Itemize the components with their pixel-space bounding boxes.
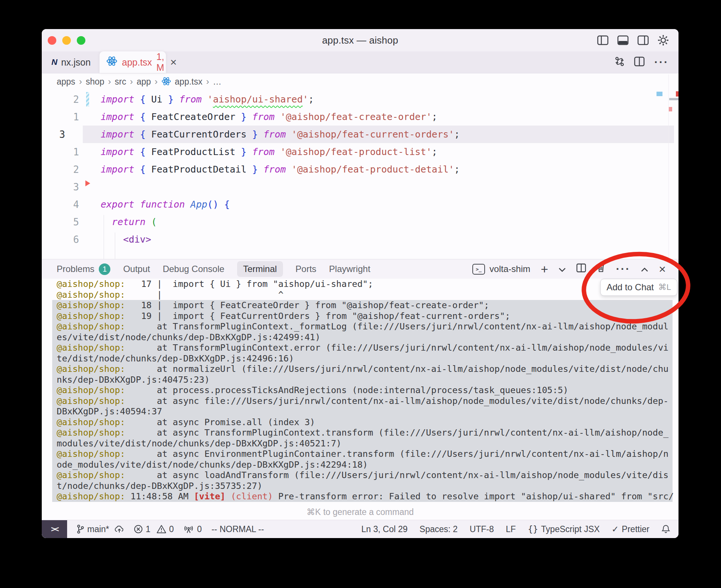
terminal-line[interactable]: @aishop/shop: at async EnvironmentPlugin… (52, 449, 673, 459)
terminal-line[interactable]: @aishop/shop: 19 | import { FeatCurrentO… (52, 311, 673, 322)
remote-indicator[interactable]: >< (42, 520, 67, 538)
code-line[interactable]: 1import { FeatProductList } from '@aisho… (42, 143, 679, 161)
panel-tab-ports[interactable]: Ports (296, 264, 317, 274)
formatter-label: Prettier (622, 524, 649, 534)
add-to-chat-tooltip[interactable]: Add to Chat ⌘L (600, 279, 677, 296)
code-text: export function App() { (101, 199, 230, 210)
terminal-dropdown-chevron-icon[interactable] (558, 264, 566, 274)
ports-status-item[interactable]: 0 (183, 524, 202, 534)
terminal-line[interactable]: @aishop/shop: at normalizeUrl (file:///U… (52, 364, 673, 374)
chevron-right-icon: › (79, 76, 82, 87)
terminal-line[interactable]: @aishop/shop: at async TransformPluginCo… (52, 427, 673, 438)
terminal-line[interactable]: @aishop/shop: 17 | import { Ui } from "a… (52, 279, 673, 290)
language-mode-item[interactable]: {} TypeScript JSX (528, 524, 600, 534)
encoding-item[interactable]: UTF-8 (470, 524, 494, 534)
formatter-item[interactable]: ✓ Prettier (612, 524, 649, 534)
active-terminal-item[interactable]: >_ volta-shim (472, 264, 530, 275)
code-text: import { FeatCurrentOrders } from '@aish… (101, 129, 460, 140)
terminal-line[interactable]: nks/dep-DBxKXgDP.js:40475:23) (52, 374, 673, 385)
terminal-line[interactable]: te/dist/node/chunks/dep-DBxKXgDP.js:4249… (52, 353, 673, 364)
new-terminal-button[interactable]: + (541, 263, 548, 275)
terminal-line[interactable]: @aishop/shop: at process.processTicksAnd… (52, 385, 673, 396)
line-number: 1 (42, 146, 79, 158)
breadcrumb-item[interactable]: app.tsx (175, 77, 202, 87)
line-number: 3 (42, 181, 79, 193)
notifications-bell-icon[interactable] (661, 524, 670, 534)
split-editor-icon[interactable] (634, 57, 645, 68)
eol-item[interactable]: LF (506, 524, 516, 534)
problems-status-item[interactable]: 1 0 (134, 524, 174, 534)
tab-app-tsx[interactable]: app.tsx 1, M × (100, 51, 166, 73)
code-line[interactable]: 4export function App() { (42, 196, 679, 213)
terminal-line[interactable]: @aishop/shop: at async Promise.all (inde… (52, 417, 673, 428)
close-tab-icon[interactable]: × (170, 57, 177, 68)
vim-mode-indicator[interactable]: -- NORMAL -- (211, 524, 264, 534)
kill-terminal-trash-icon[interactable] (596, 263, 605, 275)
code-line[interactable]: 2import { Ui } from 'aishop/ui-shared'; (42, 91, 679, 108)
check-icon: ✓ (612, 524, 619, 534)
panel-tab-playwright[interactable]: Playwright (329, 264, 371, 274)
breadcrumb-item[interactable]: … (213, 77, 221, 87)
terminal-line[interactable]: ode_modules/vite/dist/node/chunks/dep-DB… (52, 459, 673, 470)
terminal-line[interactable]: DBxKXgDP.js:40594:37 (52, 406, 673, 417)
vim-mode-label: -- NORMAL -- (211, 524, 264, 534)
panel-tab-output[interactable]: Output (123, 264, 150, 274)
terminal-line[interactable]: @aishop/shop: 11:48:58 AM [vite] (client… (52, 491, 673, 502)
indentation-item[interactable]: Spaces: 2 (419, 524, 457, 534)
code-text: import { FeatCreateOrder } from '@aishop… (101, 111, 437, 122)
breadcrumb-item[interactable]: app (136, 77, 151, 87)
line-number: 5 (42, 216, 79, 228)
tab-nx-json[interactable]: N nx.json (45, 51, 97, 73)
panel-tab-label: Ports (296, 264, 317, 274)
breadcrumb-item[interactable]: shop (86, 77, 104, 87)
layout-sidebar-right-icon[interactable] (637, 35, 649, 45)
line-number: 3 (42, 129, 79, 140)
code-line[interactable]: 5 return ( (42, 213, 679, 231)
panel-tab-problems[interactable]: Problems 1 (57, 263, 110, 275)
close-panel-icon[interactable]: × (659, 263, 666, 275)
open-changes-icon[interactable] (615, 56, 624, 68)
minimap-border (668, 75, 669, 259)
editor-more-actions-icon[interactable]: ··· (654, 57, 669, 68)
terminal-line[interactable]: @aishop/shop: at async loadAndTransform … (52, 470, 673, 481)
code-line[interactable]: 3import { FeatCurrentOrders } from '@ais… (42, 126, 679, 143)
minimap-slider[interactable] (669, 98, 679, 100)
react-icon (106, 56, 117, 69)
chevron-right-icon: › (206, 76, 209, 87)
settings-gear-icon[interactable] (658, 35, 669, 46)
code-line[interactable]: 6 <div> (42, 231, 679, 248)
split-terminal-icon[interactable] (576, 263, 586, 275)
panel-more-actions-icon[interactable]: ··· (616, 263, 630, 275)
code-line[interactable]: 1import { FeatCreateOrder } from '@aisho… (42, 108, 679, 126)
code-line[interactable]: 2import { FeatProductDetail } from '@ais… (42, 161, 679, 178)
line-number: 2 (42, 94, 79, 105)
terminal-line[interactable]: t/node/chunks/dep-DBxKXgDP.js:35735:27) (52, 481, 673, 491)
panel-tab-debug-console[interactable]: Debug Console (163, 264, 224, 274)
layout-panel-icon[interactable] (617, 35, 629, 45)
layout-sidebar-left-icon[interactable] (597, 35, 608, 45)
code-text: import { FeatProductDetail } from '@aish… (101, 164, 460, 175)
code-editor[interactable]: 2import { Ui } from 'aishop/ui-shared';1… (42, 91, 679, 259)
terminal-line[interactable]: @aishop/shop: at async file:///Users/jur… (52, 396, 673, 407)
cursor-position-item[interactable]: Ln 3, Col 29 (361, 524, 407, 534)
tab-label: app.tsx (122, 57, 152, 68)
panel-tab-terminal[interactable]: Terminal (237, 261, 283, 277)
terminal-line[interactable]: es/vite/dist/node/chunks/dep-DBxKXgDP.js… (52, 332, 673, 343)
terminal-output[interactable]: @aishop/shop: 17 | import { Ui } from "a… (52, 279, 673, 502)
code-line[interactable]: 3 (42, 178, 679, 196)
terminal-line[interactable]: modules/vite/dist/node/chunks/dep-DBxKXg… (52, 438, 673, 449)
terminal-line[interactable]: @aishop/shop: at TransformPluginContext.… (52, 342, 673, 353)
maximize-panel-chevron-icon[interactable] (641, 264, 648, 274)
overview-modified-mark (657, 92, 662, 96)
terminal-line[interactable]: @aishop/shop: | ^ (52, 290, 673, 300)
terminal-line[interactable]: @aishop/shop: 18 | import { FeatCreateOr… (52, 300, 673, 311)
breadcrumb-item[interactable]: src (115, 77, 126, 87)
terminal-line[interactable]: @aishop/shop: at TransformPluginContext.… (52, 321, 673, 332)
git-branch-item[interactable]: main* (77, 524, 124, 534)
minimap-error-mark (669, 107, 672, 111)
terminal-name: volta-shim (489, 264, 530, 274)
breadcrumb-item[interactable]: apps (57, 77, 75, 87)
panel-tab-label: Terminal (243, 264, 277, 274)
problems-count-badge: 1 (99, 263, 110, 275)
status-bar: >< main* 1 (42, 520, 679, 538)
